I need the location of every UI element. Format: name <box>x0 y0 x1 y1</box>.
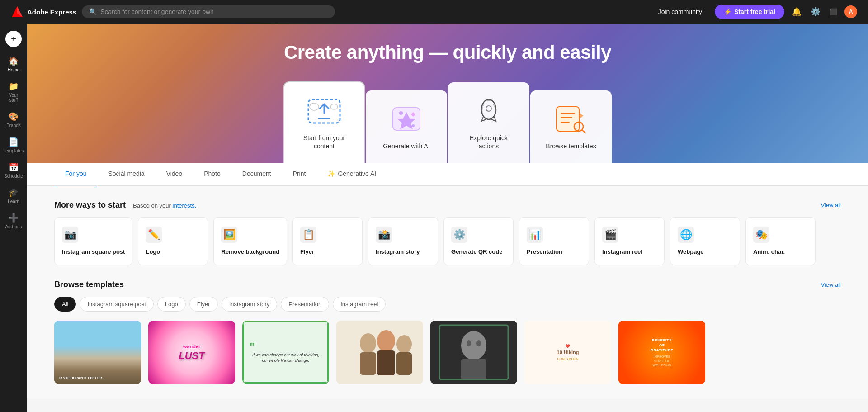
ai-icon <box>388 103 425 135</box>
way-card-logo[interactable]: ✏️ Logo <box>138 217 208 265</box>
create-new-button[interactable]: + <box>5 31 22 47</box>
tab-print[interactable]: Print <box>282 163 317 185</box>
ai-tab-icon: ✨ <box>327 170 335 177</box>
template-preview <box>430 321 517 384</box>
start-trial-button[interactable]: ⚡ Start free trial <box>715 5 784 19</box>
ways-title: More ways to start <box>54 200 126 210</box>
template-card-landscape[interactable]: 15 VIDEOGRAPHY TIPS FOR... <box>54 321 141 384</box>
flyer-icon: 📋 <box>300 227 316 243</box>
ways-grid: 📷 Instagram square post ✏️ Logo 🖼️ Remov… <box>54 217 841 265</box>
addons-icon: ➕ <box>9 213 19 223</box>
way-label: Generate QR code <box>451 248 502 256</box>
tab-for-you[interactable]: For you <box>54 163 97 185</box>
tab-document[interactable]: Document <box>231 163 282 185</box>
template-text: BENEFITSOFGRATITUDE <box>651 338 674 353</box>
upload-icon <box>306 95 342 127</box>
way-card-presentation[interactable]: 📊 Presentation <box>519 217 589 265</box>
way-card-instagram-story[interactable]: 📸 Instagram story <box>368 217 438 265</box>
sidebar-item-home[interactable]: 🏠 Home <box>2 52 25 76</box>
template-preview: ❤️ 10 Hiking HONEYMOON <box>524 321 611 384</box>
template-card-gratitude[interactable]: BENEFITSOFGRATITUDE IMPROVESSENSE OFWELL… <box>618 321 705 384</box>
templates-icon: 📄 <box>9 137 19 147</box>
way-card-flyer[interactable]: 📋 Flyer <box>292 217 363 265</box>
tab-social-media[interactable]: Social media <box>97 163 155 185</box>
notifications-icon[interactable]: 🔔 <box>790 5 803 19</box>
sidebar-item-schedule[interactable]: 📅 Schedule <box>2 159 25 182</box>
landscape-bg: 15 VIDEOGRAPHY TIPS FOR... <box>54 321 141 384</box>
app-name: Adobe Express <box>27 8 76 16</box>
way-card-animated-char[interactable]: 🎭 Anim. char. <box>745 217 816 265</box>
main-content: Create anything — quickly and easily Sta… <box>27 24 868 398</box>
way-card-instagram-reel[interactable]: 🎬 Instagram reel <box>594 217 665 265</box>
template-card-hiking[interactable]: ❤️ 10 Hiking HONEYMOON <box>524 321 611 384</box>
hero-card-generate-ai[interactable]: Generate with AI <box>366 90 447 163</box>
template-tab-flyer[interactable]: Flyer <box>189 297 218 312</box>
way-card-qr-code[interactable]: ⚙️ Generate QR code <box>443 217 514 265</box>
search-input[interactable] <box>100 8 328 15</box>
browse-view-all[interactable]: View all <box>821 281 841 288</box>
tab-photo[interactable]: Photo <box>193 163 231 185</box>
sidebar-item-label: Schedule <box>4 174 23 179</box>
svg-point-22 <box>377 330 395 352</box>
apps-icon[interactable]: ⚙️ <box>809 5 822 19</box>
svg-rect-21 <box>360 352 376 375</box>
sidebar-item-label: Brands <box>6 123 21 128</box>
template-card-quote[interactable]: " If we can change our way of thinking, … <box>242 321 329 384</box>
template-card-wanderlust[interactable]: wander LUST <box>148 321 235 384</box>
interests-link[interactable]: interests. <box>173 202 197 209</box>
logo[interactable]: Adobe Express <box>11 5 76 18</box>
join-community-button[interactable]: Join community <box>651 5 709 19</box>
tab-video[interactable]: Video <box>156 163 193 185</box>
sidebar-item-learn[interactable]: 🎓 Learn <box>2 184 25 208</box>
quote-mark-icon: " <box>250 341 255 352</box>
top-nav: Adobe Express 🔍 Join community ⚡ Start f… <box>0 0 868 24</box>
ways-subtitle: Based on your interests. <box>133 202 196 209</box>
hero-card-start-content[interactable]: Start from your content <box>283 81 365 163</box>
learn-icon: 🎓 <box>9 188 19 198</box>
template-tab-instagram-reel[interactable]: Instagram reel <box>333 297 386 312</box>
browse-title: Browse templates <box>54 280 124 289</box>
bell-icon[interactable]: ⬛ <box>828 6 839 17</box>
hero-card-browse-templates[interactable]: Browse templates <box>530 90 612 163</box>
template-tab-presentation[interactable]: Presentation <box>281 297 329 312</box>
tab-generative-ai[interactable]: ✨ Generative AI <box>316 163 387 185</box>
sidebar-item-add-ons[interactable]: ➕ Add-ons <box>2 209 25 233</box>
template-card-people[interactable] <box>336 321 423 384</box>
nav-right: Join community ⚡ Start free trial 🔔 ⚙️ ⬛… <box>651 5 857 19</box>
trial-label: Start free trial <box>734 8 775 15</box>
svg-point-9 <box>412 124 415 127</box>
avatar[interactable]: A <box>844 5 857 18</box>
sidebar-item-templates[interactable]: 📄 Templates <box>2 133 25 157</box>
way-card-remove-bg[interactable]: 🖼️ Remove background <box>213 217 287 265</box>
template-text: 15 VIDEOGRAPHY TIPS FOR... <box>59 376 104 379</box>
instagram-reel-icon: 🎬 <box>602 227 618 243</box>
sidebar-item-label: Learn <box>8 199 19 204</box>
hero-card-label: Generate with AI <box>383 142 430 150</box>
logo-icon: ✏️ <box>146 227 162 243</box>
sidebar-item-your-stuff[interactable]: 📁 Your stuff <box>2 78 25 106</box>
template-tab-instagram-story[interactable]: Instagram story <box>222 297 278 312</box>
svg-point-5 <box>330 104 338 109</box>
svg-rect-25 <box>396 352 412 375</box>
search-bar[interactable]: 🔍 <box>82 5 335 18</box>
template-preview: BENEFITSOFGRATITUDE IMPROVESSENSE OFWELL… <box>618 321 705 384</box>
template-card-man[interactable] <box>430 321 517 384</box>
way-card-instagram-square[interactable]: 📷 Instagram square post <box>54 217 132 265</box>
template-text: ❤️ <box>566 344 570 349</box>
template-tab-logo[interactable]: Logo <box>157 297 186 312</box>
content-area: More ways to start Based on your interes… <box>27 186 868 398</box>
template-text: If we can change our way of thinking, ou… <box>250 352 322 364</box>
template-text: wander <box>183 344 201 349</box>
template-tab-instagram-square[interactable]: Instagram square post <box>80 297 153 312</box>
brands-icon: 🎨 <box>9 112 19 122</box>
svg-point-20 <box>360 333 376 353</box>
way-card-webpage[interactable]: 🌐 Webpage <box>670 217 740 265</box>
hero-card-label: Explore quick actions <box>459 134 519 150</box>
ways-view-all[interactable]: View all <box>821 202 841 208</box>
hero-card-quick-actions[interactable]: Explore quick actions <box>448 82 529 163</box>
way-label: Instagram story <box>376 248 420 256</box>
hero-card-label: Start from your content <box>295 134 353 150</box>
template-tab-all[interactable]: All <box>54 297 76 312</box>
sidebar-item-brands[interactable]: 🎨 Brands <box>2 108 25 132</box>
template-preview: 15 VIDEOGRAPHY TIPS FOR... <box>54 321 141 384</box>
